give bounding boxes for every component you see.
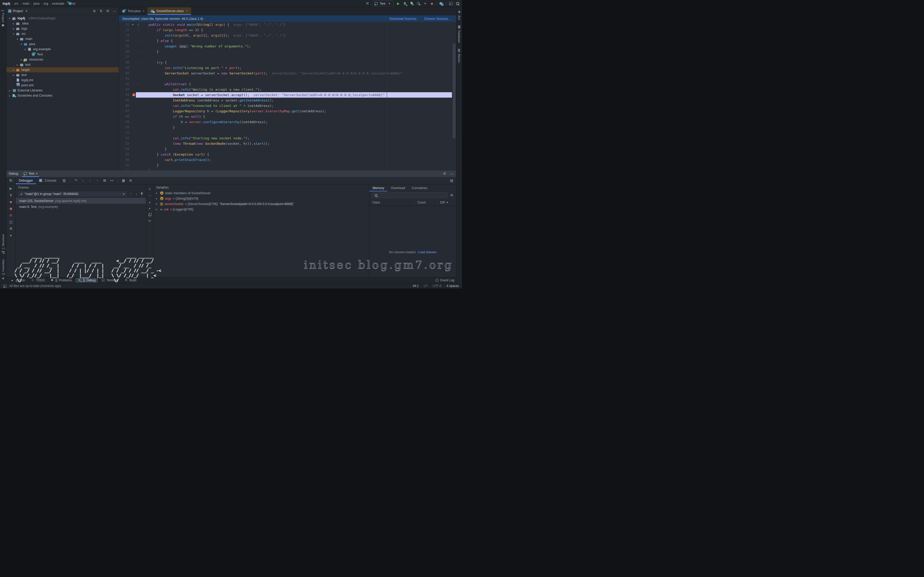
gutter-icon-cell[interactable] — [132, 38, 136, 44]
code-text[interactable]: InetAddress inetAddress = socket.getInet… — [141, 98, 452, 103]
frame-row[interactable]: main:115, SocketServer(org.apache.log4j.… — [16, 198, 146, 204]
line-number[interactable]: 53 — [119, 141, 132, 146]
next-frame-icon[interactable] — [134, 192, 139, 196]
mute-breakpoints-icon[interactable] — [9, 213, 13, 218]
code-line-43[interactable]: 43 cat.info("Waiting to accept a new cli… — [119, 87, 452, 92]
duplicate-icon[interactable] — [148, 213, 152, 216]
breadcrumb-item[interactable]: example — [52, 2, 64, 5]
fold-marker[interactable]: ▿ — [136, 27, 141, 33]
breadcrumb-item[interactable]: org — [44, 2, 48, 5]
gutter-icon-cell[interactable] — [132, 146, 136, 152]
code-text[interactable]: cat.info("Connected to client at " + ine… — [141, 103, 452, 108]
code-text[interactable]: } else { — [141, 38, 452, 44]
gutter-icon-cell[interactable] — [132, 92, 136, 98]
code-text[interactable]: if (h == null) { — [141, 114, 452, 119]
code-text[interactable]: } — [141, 163, 452, 168]
fold-marker[interactable] — [136, 130, 141, 135]
fold-marker[interactable]: ▿ — [136, 114, 141, 119]
line-number[interactable]: 56 — [119, 157, 132, 163]
code-line-33[interactable]: 33 init(argv[0], argv[1], argv[2]); argv… — [119, 33, 452, 38]
column-class[interactable]: Class — [369, 201, 415, 204]
code-text[interactable]: cat.info("Starting new socket node."); — [141, 135, 452, 141]
indent-setting[interactable]: 4 spaces — [446, 284, 459, 288]
line-number[interactable]: 43 — [119, 87, 132, 92]
sidebar-item-project[interactable]: 1: Project — [2, 10, 5, 27]
force-step-into-icon[interactable] — [88, 179, 92, 183]
code-text[interactable] — [141, 130, 452, 135]
tree-item-org-example[interactable]: ▾org.example — [6, 47, 119, 52]
line-number[interactable]: 41 — [119, 76, 132, 81]
load-classes-link[interactable]: Load classes — [418, 250, 436, 254]
breakpoint-icon[interactable] — [132, 93, 135, 96]
view-breakpoints-icon[interactable] — [9, 206, 13, 211]
gutter-icon-cell[interactable] — [132, 71, 136, 76]
breadcrumb-item[interactable]: log4j — [3, 2, 10, 5]
code-line-58[interactable]: 58▵ } — [119, 168, 452, 170]
debug-session-tab[interactable]: Test × — [22, 170, 39, 177]
line-number[interactable]: 46 — [119, 103, 132, 108]
tree-chevron-icon[interactable]: ▾ — [20, 43, 23, 45]
tree-chevron-icon[interactable]: ▾ — [8, 17, 11, 20]
gutter-icon-cell[interactable] — [132, 141, 136, 146]
code-line-34[interactable]: 34▵ } else { — [119, 38, 452, 44]
line-number[interactable]: 47 — [119, 108, 132, 114]
toolwindow-button-4-run[interactable]: 4: Run — [8, 278, 27, 282]
profiler-clock-icon[interactable] — [416, 2, 420, 6]
code-line-57[interactable]: 57▵ } — [119, 163, 452, 168]
line-number[interactable]: 52 — [119, 135, 132, 141]
code-line-49[interactable]: 49 h = server.configureHierarchy(inetAdd… — [119, 119, 452, 125]
line-number[interactable]: 58 — [119, 168, 132, 170]
code-editor[interactable]: 31@ public static void main(String[] arg… — [119, 22, 452, 170]
line-number[interactable]: 42 — [119, 81, 132, 87]
code-text[interactable]: } — [141, 49, 452, 54]
gutter-icon-cell[interactable] — [132, 81, 136, 87]
fold-marker[interactable]: ▵ — [136, 163, 141, 168]
tree-chevron-icon[interactable]: ▸ — [12, 69, 15, 71]
line-number[interactable]: 37 — [119, 54, 132, 60]
code-line-31[interactable]: 31@ public static void main(String[] arg… — [119, 22, 452, 27]
code-text[interactable]: ServerSocket serverSocket = new ServerSo… — [141, 71, 452, 76]
gutter-icon-cell[interactable] — [132, 87, 136, 92]
code-line-52[interactable]: 52 cat.info("Starting new socket node.")… — [119, 135, 452, 141]
tree-item-test[interactable]: ▸test — [6, 73, 119, 77]
tree-item-logs[interactable]: ▸logs — [6, 26, 119, 31]
breadcrumb-item[interactable]: main — [23, 2, 29, 5]
code-text[interactable]: (new Thread(new SocketNode(socket, h))).… — [141, 141, 452, 146]
code-text[interactable]: cat.info("Waiting to accept a new client… — [141, 87, 452, 92]
chevron-right-icon[interactable]: ▸ — [156, 192, 158, 195]
hide-panel-icon[interactable] — [112, 9, 116, 13]
gutter-icon-cell[interactable] — [132, 44, 136, 49]
code-line-40[interactable]: 40 ServerSocket serverSocket = new Serve… — [119, 71, 452, 76]
tree-chevron-icon[interactable]: ▸ — [12, 74, 15, 76]
close-icon[interactable]: × — [142, 9, 144, 13]
code-text[interactable]: try { — [141, 60, 452, 65]
tree-chevron-icon[interactable]: ▾ — [24, 48, 27, 51]
fold-marker[interactable] — [136, 33, 141, 38]
rerun-icon[interactable] — [9, 179, 13, 183]
download-sources-link[interactable]: Download Sources — [389, 17, 416, 21]
fold-marker[interactable] — [136, 141, 141, 146]
event-log-button[interactable]: Event Log — [435, 279, 454, 282]
line-number[interactable]: 34 — [119, 38, 132, 44]
chevron-down-icon[interactable] — [24, 9, 29, 13]
tree-item-log4j-iml[interactable]: log4j.iml — [6, 77, 119, 83]
code-line-32[interactable]: 32▿ if (argv.length == 3) { — [119, 27, 452, 33]
hide-panel-icon[interactable] — [450, 172, 454, 176]
gutter-icon-cell[interactable] — [132, 108, 136, 114]
tree-item-java[interactable]: ▾java — [6, 42, 119, 47]
tree-chevron-icon[interactable]: ▸ — [12, 22, 15, 25]
code-line-35[interactable]: 35 usage( msg: "Wrong number of argument… — [119, 44, 452, 49]
code-text[interactable]: cat.info("Listening on port " + port); — [141, 65, 452, 71]
memory-search-field[interactable] — [372, 192, 447, 198]
column-diff[interactable]: Diff — [437, 200, 456, 205]
code-text[interactable]: h = server.configureHierarchy(inetAddres… — [141, 119, 452, 125]
evaluate-icon[interactable] — [121, 179, 126, 183]
memory-tab-coroutines[interactable]: Coroutines — [409, 184, 431, 192]
code-line-37[interactable]: 37 — [119, 54, 452, 60]
profiler-chevron-icon[interactable] — [423, 2, 427, 6]
line-number[interactable]: 48 — [119, 114, 132, 119]
fold-marker[interactable]: ▿ — [136, 81, 141, 87]
code-line-45[interactable]: 45 InetAddress inetAddress = socket.getI… — [119, 98, 452, 103]
fold-marker[interactable]: ▵ — [136, 168, 141, 170]
settings-gear-icon[interactable] — [450, 193, 454, 197]
